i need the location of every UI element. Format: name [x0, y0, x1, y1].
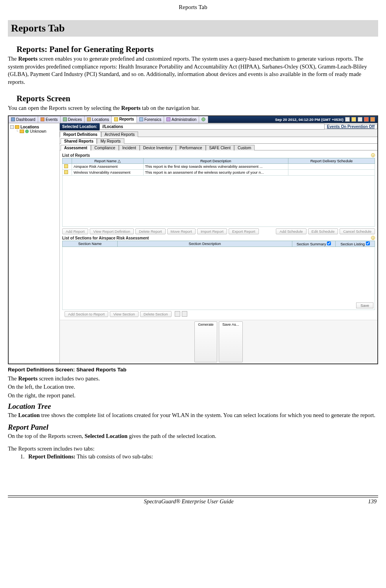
tree-root-node[interactable]: - Locations [10, 125, 58, 129]
grid-empty-space [62, 176, 375, 227]
text: screen includes two panes. [37, 375, 100, 382]
folder-icon [20, 130, 24, 133]
numbered-list: Report Definitions: This tab consists of… [26, 453, 378, 460]
col-section-summary[interactable]: Section Summary [292, 241, 336, 247]
tab-device-inventory[interactable]: Device Inventory [140, 145, 176, 150]
delete-section-button[interactable]: Delete Section [140, 311, 172, 317]
tab-assessment[interactable]: Assessment [61, 145, 91, 150]
move-report-button[interactable]: Move Report [167, 228, 196, 234]
alert-icon[interactable] [364, 117, 369, 122]
nav-tab-administration[interactable]: Administration [164, 116, 199, 123]
refresh-icon [201, 117, 205, 121]
view-section-button[interactable]: View Section [110, 311, 139, 317]
nav-tab-devices[interactable]: Devices [61, 116, 85, 123]
col-icon [63, 158, 72, 163]
add-report-button[interactable]: Add Report [62, 228, 88, 234]
tab-incident[interactable]: Incident [119, 145, 140, 150]
import-report-button[interactable]: Import Report [197, 228, 227, 234]
nav-label: Devices [68, 117, 82, 122]
text: screen enables you to generate predefine… [8, 56, 367, 85]
tab-shared-reports[interactable]: Shared Reports [61, 138, 97, 144]
cell-sched [288, 169, 375, 175]
paragraph: You can open the Reports screen by selec… [8, 104, 378, 112]
import-icon[interactable] [182, 311, 187, 317]
text: gives the path of the selected location. [127, 433, 216, 439]
nav-tab-reports[interactable]: Reports [112, 116, 137, 123]
add-schedule-button[interactable]: Add Schedule [276, 228, 306, 234]
events-prevention-status[interactable]: Events On Prevention Off [325, 124, 377, 129]
report-icon [64, 164, 68, 168]
paragraph: On the top of the Reports screen, Select… [8, 432, 378, 440]
tab-custom[interactable]: Custom [234, 145, 255, 150]
reports-icon [114, 117, 118, 121]
list-of-sections-header: List of Sections for Airspace Risk Asses… [62, 236, 375, 240]
screenshot-reports-screen: Dashboard Events Devices Locations Repor… [8, 115, 378, 364]
cancel-schedule-button[interactable]: Cancel Schedule [340, 228, 375, 234]
selected-location-value: //Locations [100, 124, 325, 130]
tab-my-reports[interactable]: My Reports [97, 138, 124, 144]
add-section-button[interactable]: Add Section to Report [65, 311, 108, 317]
nav-tab-forensics[interactable]: Forensics [137, 116, 164, 123]
nav-tab-refresh[interactable] [199, 116, 208, 123]
nav-tab-events[interactable]: Events [38, 116, 61, 123]
text: This tab consists of two sub-tabs: [76, 453, 153, 460]
cell-name: Wireless Vulnerability Assessment [72, 169, 144, 175]
tree-root-label: Locations [20, 125, 39, 129]
table-row[interactable]: Wireless Vulnerability Assessment This r… [63, 169, 375, 175]
tab-safe-client[interactable]: SAFE Client [206, 145, 234, 150]
heading-location-tree: Location Tree [8, 402, 378, 411]
paragraph: On the right, the report panel. [8, 392, 378, 400]
text-bold: Selected Location [85, 433, 127, 439]
globe-icon [25, 130, 29, 133]
text: On the top of the Reports screen, [8, 433, 85, 439]
sections-button-row: Add Section to Report View Section Delet… [62, 310, 375, 318]
sections-grid-empty: Save [62, 247, 375, 310]
info-icon[interactable]: i [371, 153, 375, 157]
view-report-definition-button[interactable]: View Report Definition [90, 228, 134, 234]
export-report-button[interactable]: Export Report [229, 228, 259, 234]
grid-header-row: Section Name Section Description Section… [63, 241, 375, 247]
report-icon [64, 170, 68, 174]
nav-label: Locations [92, 117, 109, 122]
heading-reports-screen: Reports Screen [17, 94, 378, 104]
paragraph: The Reports screen enables you to genera… [8, 55, 378, 86]
edit-schedule-button[interactable]: Edit Schedule [308, 228, 338, 234]
paragraph: On the left, the Location tree. [8, 383, 378, 391]
export-icon[interactable] [175, 311, 180, 317]
save-button[interactable]: Save [356, 302, 373, 308]
col-report-schedule[interactable]: Report Delivery Schedule [288, 158, 375, 163]
events-icon [41, 117, 44, 121]
tabs-level4: Assessment Compliance Incident Device In… [60, 144, 377, 150]
col-section-description[interactable]: Section Description [118, 241, 292, 247]
administration-icon [166, 117, 170, 121]
tab-performance[interactable]: Performance [176, 145, 205, 150]
delete-report-button[interactable]: Delete Report [135, 228, 166, 234]
minus-icon[interactable]: - [10, 125, 14, 129]
save-as-button[interactable]: Save As... [219, 321, 243, 362]
info-icon[interactable]: i [371, 236, 375, 240]
nav-tab-dashboard[interactable]: Dashboard [9, 116, 38, 123]
selected-location-bar: Selected Location: //Locations Events On… [60, 123, 377, 130]
help-icon[interactable] [351, 117, 356, 122]
col-section-name[interactable]: Section Name [63, 241, 118, 247]
toolbar-icon[interactable] [345, 117, 350, 122]
tab-archived-reports[interactable]: Archived Reports [101, 132, 139, 137]
tab-compliance[interactable]: Compliance [91, 145, 119, 150]
col-report-description[interactable]: Report Description [143, 158, 288, 163]
tree-child-node[interactable]: └ Unknown [16, 129, 58, 134]
col-report-name[interactable]: Report Name △ [72, 158, 144, 163]
table-row[interactable]: Airspace Risk Assessment This report is … [63, 163, 375, 169]
logout-icon[interactable] [370, 117, 375, 122]
toolbar-icon[interactable] [358, 117, 362, 122]
nav-label: Administration [172, 117, 196, 122]
generate-button[interactable]: Generate [194, 321, 217, 362]
page-header: Reports Tab [8, 0, 378, 13]
section-title-bar: Reports Tab [8, 20, 378, 37]
footer-title: SpectraGuard® Enterprise User Guide [144, 498, 233, 505]
nav-tab-locations[interactable]: Locations [85, 116, 112, 123]
tab-report-definitions[interactable]: Report Definitions [60, 132, 101, 137]
section-listing-checkbox[interactable] [366, 241, 370, 245]
section-summary-checkbox[interactable] [327, 241, 331, 245]
col-section-listing[interactable]: Section Listing [336, 241, 375, 247]
forensics-icon [139, 117, 143, 121]
